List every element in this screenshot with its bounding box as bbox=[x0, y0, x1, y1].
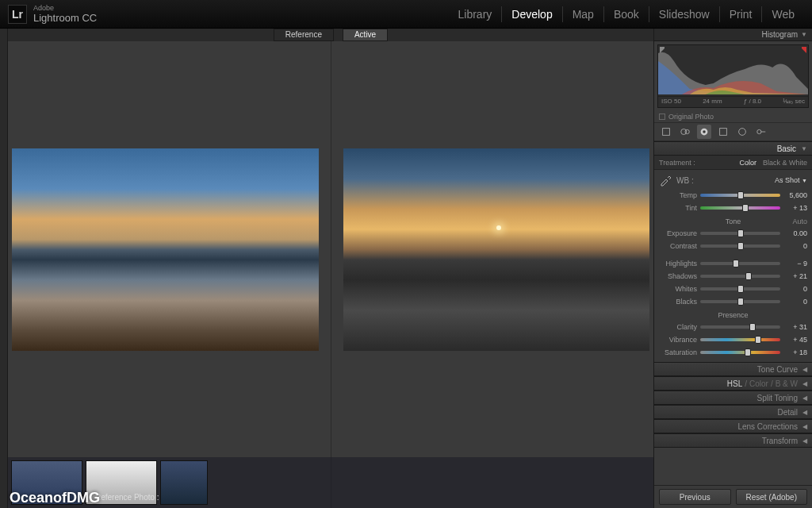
tint-value[interactable]: + 13 bbox=[783, 204, 807, 212]
filmstrip-thumb[interactable] bbox=[160, 460, 208, 505]
graduated-filter-icon[interactable] bbox=[716, 125, 730, 139]
eyedropper-icon[interactable] bbox=[659, 174, 672, 187]
svg-point-7 bbox=[757, 129, 761, 133]
chevron-left-icon: ◀ bbox=[802, 394, 807, 402]
nav-book[interactable]: Book bbox=[604, 6, 649, 22]
shadows-value[interactable]: + 21 bbox=[783, 272, 807, 280]
exposure-label: Exposure bbox=[659, 229, 697, 237]
exposure-value[interactable]: 0.00 bbox=[783, 229, 807, 237]
auto-tone-button[interactable]: Auto bbox=[792, 217, 807, 225]
highlight-clipping-icon[interactable] bbox=[800, 47, 806, 53]
whites-label: Whites bbox=[659, 285, 697, 293]
shadows-slider[interactable] bbox=[700, 275, 780, 278]
app-logo: Lr Adobe Lightroom CC bbox=[8, 4, 97, 24]
saturation-slider[interactable] bbox=[700, 351, 780, 354]
contrast-value[interactable]: 0 bbox=[783, 242, 807, 250]
spot-removal-icon[interactable] bbox=[678, 125, 692, 139]
chevron-left-icon: ◀ bbox=[802, 380, 807, 387]
highlights-slider[interactable] bbox=[700, 262, 780, 265]
radial-filter-icon[interactable] bbox=[735, 125, 749, 139]
brand-label: Adobe bbox=[33, 4, 97, 12]
wb-dropdown[interactable]: As Shot ▼ bbox=[699, 176, 807, 184]
shadow-clipping-icon[interactable] bbox=[660, 47, 666, 53]
histogram-display[interactable]: ISO 50 24 mm ƒ / 8.0 ¹⁄₁₂₅ sec bbox=[657, 44, 809, 108]
blacks-slider[interactable] bbox=[700, 300, 780, 303]
nav-map[interactable]: Map bbox=[563, 6, 604, 22]
svg-rect-0 bbox=[663, 129, 670, 136]
svg-rect-5 bbox=[720, 129, 727, 136]
nav-web[interactable]: Web bbox=[762, 6, 804, 22]
histogram-header[interactable]: Histogram▼ bbox=[654, 29, 812, 41]
vibrance-value[interactable]: + 45 bbox=[783, 336, 807, 344]
highlights-value[interactable]: − 9 bbox=[783, 260, 807, 267]
clarity-value[interactable]: + 31 bbox=[783, 323, 807, 331]
svg-point-1 bbox=[681, 129, 687, 135]
active-pane bbox=[339, 41, 654, 508]
exif-iso: ISO 50 bbox=[661, 98, 681, 105]
reference-pane bbox=[8, 41, 323, 508]
basic-section-header[interactable]: Basic▼ bbox=[654, 141, 812, 156]
panel-footer: Previous Reset (Adobe) bbox=[654, 485, 812, 508]
nav-print[interactable]: Print bbox=[720, 6, 763, 22]
detail-header[interactable]: Detail◀ bbox=[654, 405, 812, 419]
clarity-label: Clarity bbox=[659, 323, 697, 331]
svg-point-2 bbox=[685, 129, 689, 133]
tint-slider[interactable] bbox=[700, 206, 780, 210]
filmstrip: Reference Photo : bbox=[8, 457, 653, 508]
basic-section-body: Treatment : Color Black & White WB : As … bbox=[654, 156, 812, 362]
lightroom-logo-icon: Lr bbox=[8, 5, 27, 24]
whites-slider[interactable] bbox=[700, 287, 780, 291]
clarity-slider[interactable] bbox=[700, 325, 780, 329]
chevron-left-icon: ◀ bbox=[802, 423, 807, 430]
vibrance-slider[interactable] bbox=[700, 338, 780, 341]
checkbox-icon bbox=[659, 114, 665, 120]
vibrance-label: Vibrance bbox=[659, 336, 697, 344]
wb-label: WB : bbox=[676, 176, 694, 185]
svg-point-4 bbox=[703, 130, 706, 133]
treatment-row: Treatment : Color Black & White bbox=[654, 156, 812, 170]
temp-value[interactable]: 5,600 bbox=[783, 191, 807, 199]
lens-corrections-header[interactable]: Lens Corrections◀ bbox=[654, 419, 812, 433]
blacks-value[interactable]: 0 bbox=[783, 298, 807, 306]
tab-active[interactable]: Active bbox=[343, 29, 388, 41]
saturation-value[interactable]: + 18 bbox=[783, 348, 807, 356]
exposure-slider[interactable] bbox=[700, 232, 780, 235]
crop-tool-icon[interactable] bbox=[659, 125, 673, 139]
left-panel-collapsed[interactable] bbox=[0, 29, 8, 508]
contrast-label: Contrast bbox=[659, 242, 697, 250]
split-toning-header[interactable]: Split Toning◀ bbox=[654, 391, 812, 405]
chevron-left-icon: ◀ bbox=[802, 366, 807, 373]
transform-header[interactable]: Transform◀ bbox=[654, 433, 812, 448]
chevron-down-icon: ▼ bbox=[801, 31, 807, 38]
whites-value[interactable]: 0 bbox=[783, 285, 807, 293]
adjustment-brush-icon[interactable] bbox=[754, 125, 768, 139]
contrast-slider[interactable] bbox=[700, 244, 780, 248]
image-viewer: Reference Active Reference Photo : Ocean… bbox=[8, 29, 653, 508]
reference-photo[interactable] bbox=[12, 148, 319, 351]
compare-divider[interactable] bbox=[331, 41, 331, 508]
app-header: Lr Adobe Lightroom CC Library Develop Ma… bbox=[0, 0, 812, 29]
nav-slideshow[interactable]: Slideshow bbox=[649, 6, 720, 22]
tone-curve-header[interactable]: Tone Curve◀ bbox=[654, 362, 812, 376]
highlights-label: Highlights bbox=[659, 260, 697, 267]
treatment-color[interactable]: Color bbox=[739, 159, 756, 167]
redeye-tool-icon[interactable] bbox=[697, 125, 711, 139]
blacks-label: Blacks bbox=[659, 298, 697, 306]
treatment-label: Treatment : bbox=[659, 159, 695, 167]
nav-library[interactable]: Library bbox=[449, 6, 503, 22]
hsl-header[interactable]: HSL/Color/B & W ◀ bbox=[654, 376, 812, 391]
saturation-label: Saturation bbox=[659, 348, 697, 356]
temp-slider[interactable] bbox=[700, 194, 780, 197]
basic-title: Basic bbox=[777, 144, 796, 153]
treatment-bw[interactable]: Black & White bbox=[763, 159, 807, 167]
original-photo-toggle[interactable]: Original Photo bbox=[654, 111, 812, 122]
nav-develop[interactable]: Develop bbox=[502, 6, 562, 22]
active-photo[interactable] bbox=[343, 148, 650, 351]
exif-row: ISO 50 24 mm ƒ / 8.0 ¹⁄₁₂₅ sec bbox=[658, 96, 808, 106]
chevron-left-icon: ◀ bbox=[802, 409, 807, 416]
histogram-title: Histogram bbox=[762, 30, 799, 39]
tab-reference[interactable]: Reference bbox=[274, 29, 334, 41]
reset-button[interactable]: Reset (Adobe) bbox=[736, 489, 808, 505]
previous-button[interactable]: Previous bbox=[659, 489, 731, 505]
shadows-label: Shadows bbox=[659, 272, 697, 280]
